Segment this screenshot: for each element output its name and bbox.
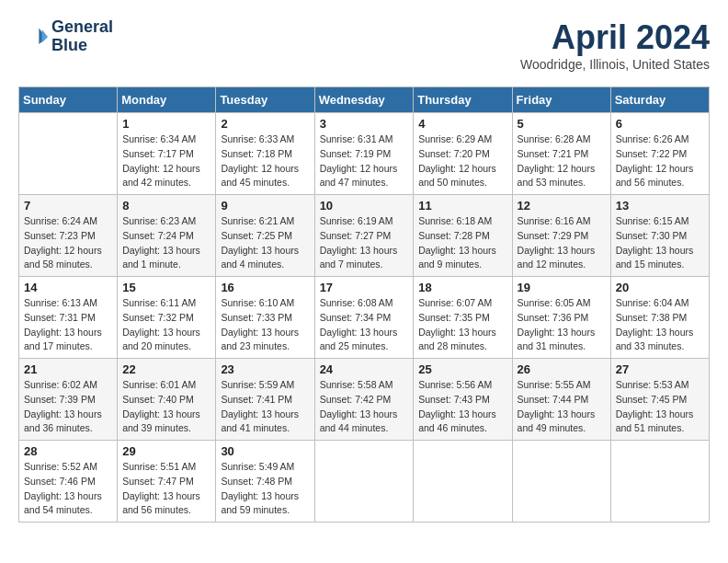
calendar-cell: 25Sunrise: 5:56 AMSunset: 7:43 PMDayligh… [414,359,512,441]
day-number: 28 [24,444,112,458]
calendar-cell: 27Sunrise: 5:53 AMSunset: 7:45 PMDayligh… [610,359,709,441]
page-header: General Blue April 2024 Woodridge, Illin… [18,18,710,72]
calendar-cell: 9Sunrise: 6:21 AMSunset: 7:25 PMDaylight… [216,195,314,277]
weekday-header: Tuesday [216,87,314,113]
day-info: Sunrise: 6:23 AMSunset: 7:24 PMDaylight:… [122,214,210,272]
calendar-cell: 14Sunrise: 6:13 AMSunset: 7:31 PMDayligh… [19,277,118,359]
weekday-header: Friday [512,87,610,113]
day-number: 30 [221,444,309,458]
day-number: 14 [24,281,112,294]
day-number: 4 [418,117,506,131]
day-info: Sunrise: 5:52 AMSunset: 7:46 PMDaylight:… [24,460,112,518]
day-number: 7 [24,199,112,213]
day-info: Sunrise: 5:56 AMSunset: 7:43 PMDaylight:… [418,378,506,436]
calendar-cell: 17Sunrise: 6:08 AMSunset: 7:34 PMDayligh… [314,277,414,359]
title-area: April 2024 Woodridge, Illinois, United S… [520,18,710,72]
day-info: Sunrise: 6:34 AMSunset: 7:17 PMDaylight:… [122,132,210,190]
calendar-cell [314,441,414,523]
calendar-cell: 24Sunrise: 5:58 AMSunset: 7:42 PMDayligh… [314,359,414,441]
day-number: 8 [122,199,210,213]
calendar-cell: 26Sunrise: 5:55 AMSunset: 7:44 PMDayligh… [512,359,610,441]
day-info: Sunrise: 6:29 AMSunset: 7:20 PMDaylight:… [418,132,506,190]
logo: General Blue [18,18,113,55]
day-info: Sunrise: 6:13 AMSunset: 7:31 PMDaylight:… [24,296,112,354]
calendar-cell [414,441,512,523]
location: Woodridge, Illinois, United States [520,57,710,72]
day-number: 25 [418,362,506,376]
day-number: 19 [518,281,606,294]
day-info: Sunrise: 6:11 AMSunset: 7:32 PMDaylight:… [122,296,210,354]
day-info: Sunrise: 6:08 AMSunset: 7:34 PMDaylight:… [320,296,409,354]
day-number: 21 [24,362,112,376]
calendar-cell: 15Sunrise: 6:11 AMSunset: 7:32 PMDayligh… [118,277,216,359]
day-info: Sunrise: 5:58 AMSunset: 7:42 PMDaylight:… [320,378,409,436]
calendar-cell: 29Sunrise: 5:51 AMSunset: 7:47 PMDayligh… [118,441,216,523]
day-info: Sunrise: 6:10 AMSunset: 7:33 PMDaylight:… [221,296,309,354]
calendar-cell: 28Sunrise: 5:52 AMSunset: 7:46 PMDayligh… [19,441,118,523]
day-info: Sunrise: 6:05 AMSunset: 7:36 PMDaylight:… [518,296,606,354]
day-number: 23 [221,362,309,376]
day-number: 22 [122,362,210,376]
day-number: 20 [616,281,704,294]
day-info: Sunrise: 6:15 AMSunset: 7:30 PMDaylight:… [616,214,704,272]
day-info: Sunrise: 6:21 AMSunset: 7:25 PMDaylight:… [221,214,309,272]
day-number: 18 [418,281,506,294]
calendar-cell: 13Sunrise: 6:15 AMSunset: 7:30 PMDayligh… [610,195,709,277]
calendar-cell [19,113,118,195]
day-info: Sunrise: 5:49 AMSunset: 7:48 PMDaylight:… [221,460,309,518]
day-number: 11 [418,199,506,213]
calendar-cell: 8Sunrise: 6:23 AMSunset: 7:24 PMDaylight… [118,195,216,277]
day-info: Sunrise: 6:31 AMSunset: 7:19 PMDaylight:… [320,132,409,190]
month-title: April 2024 [520,18,710,57]
calendar-cell: 21Sunrise: 6:02 AMSunset: 7:39 PMDayligh… [19,359,118,441]
calendar-cell: 30Sunrise: 5:49 AMSunset: 7:48 PMDayligh… [216,441,314,523]
calendar-cell: 11Sunrise: 6:18 AMSunset: 7:28 PMDayligh… [414,195,512,277]
calendar-cell: 7Sunrise: 6:24 AMSunset: 7:23 PMDaylight… [19,195,118,277]
weekday-header: Sunday [19,87,118,113]
day-number: 15 [122,281,210,294]
day-number: 2 [221,117,309,131]
calendar-cell: 10Sunrise: 6:19 AMSunset: 7:27 PMDayligh… [314,195,414,277]
day-number: 26 [518,362,606,376]
svg-marker-1 [42,29,48,42]
calendar-cell: 19Sunrise: 6:05 AMSunset: 7:36 PMDayligh… [512,277,610,359]
day-info: Sunrise: 6:33 AMSunset: 7:18 PMDaylight:… [221,132,309,190]
logo-icon [18,22,48,52]
day-info: Sunrise: 6:02 AMSunset: 7:39 PMDaylight:… [24,378,112,436]
calendar-cell: 16Sunrise: 6:10 AMSunset: 7:33 PMDayligh… [216,277,314,359]
calendar-cell [512,441,610,523]
day-number: 12 [518,199,606,213]
day-number: 27 [616,362,704,376]
day-info: Sunrise: 6:28 AMSunset: 7:21 PMDaylight:… [518,132,606,190]
weekday-header: Monday [118,87,216,113]
day-info: Sunrise: 6:07 AMSunset: 7:35 PMDaylight:… [418,296,506,354]
day-info: Sunrise: 6:04 AMSunset: 7:38 PMDaylight:… [616,296,704,354]
day-info: Sunrise: 5:51 AMSunset: 7:47 PMDaylight:… [122,460,210,518]
calendar-cell: 4Sunrise: 6:29 AMSunset: 7:20 PMDaylight… [414,113,512,195]
day-number: 1 [122,117,210,131]
day-info: Sunrise: 6:26 AMSunset: 7:22 PMDaylight:… [616,132,704,190]
logo-text: General Blue [51,18,113,55]
calendar-cell: 22Sunrise: 6:01 AMSunset: 7:40 PMDayligh… [118,359,216,441]
day-info: Sunrise: 5:55 AMSunset: 7:44 PMDaylight:… [518,378,606,436]
day-number: 29 [122,444,210,458]
day-info: Sunrise: 5:53 AMSunset: 7:45 PMDaylight:… [616,378,704,436]
day-number: 6 [616,117,704,131]
weekday-header: Wednesday [314,87,414,113]
calendar-cell: 3Sunrise: 6:31 AMSunset: 7:19 PMDaylight… [314,113,414,195]
day-info: Sunrise: 6:19 AMSunset: 7:27 PMDaylight:… [320,214,409,272]
day-number: 13 [616,199,704,213]
calendar-cell: 1Sunrise: 6:34 AMSunset: 7:17 PMDaylight… [118,113,216,195]
calendar-table: SundayMondayTuesdayWednesdayThursdayFrid… [18,86,710,523]
day-number: 5 [518,117,606,131]
calendar-cell: 6Sunrise: 6:26 AMSunset: 7:22 PMDaylight… [610,113,709,195]
day-number: 10 [320,199,409,213]
weekday-header: Thursday [414,87,512,113]
day-number: 17 [320,281,409,294]
calendar-cell: 5Sunrise: 6:28 AMSunset: 7:21 PMDaylight… [512,113,610,195]
calendar-cell: 12Sunrise: 6:16 AMSunset: 7:29 PMDayligh… [512,195,610,277]
day-number: 16 [221,281,309,294]
day-number: 24 [320,362,409,376]
day-number: 3 [320,117,409,131]
day-info: Sunrise: 6:24 AMSunset: 7:23 PMDaylight:… [24,214,112,272]
